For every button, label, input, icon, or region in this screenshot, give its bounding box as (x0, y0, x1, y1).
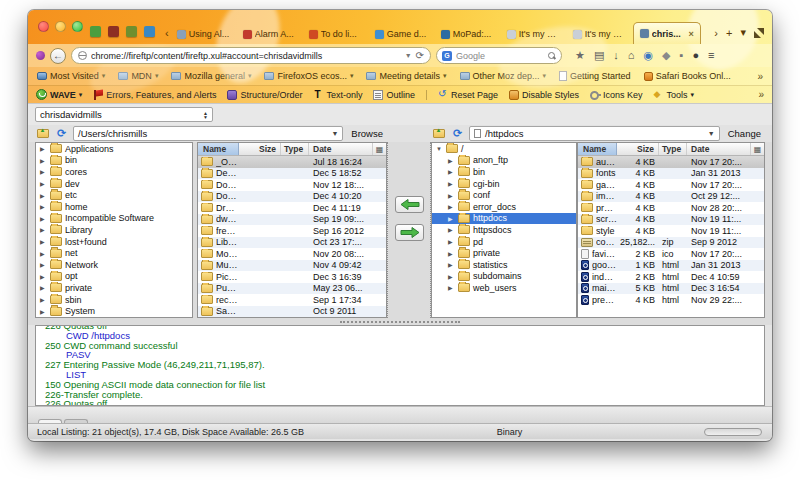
Library[interactable]: Library Oct 23 17:... (198, 237, 386, 249)
pinned-tab-1[interactable] (90, 26, 101, 37)
tree-root-item[interactable]: ▼ / (432, 143, 576, 155)
wave-toolbar-button[interactable]: Tools ▾ (654, 90, 695, 100)
remote-refresh-button[interactable]: ⟳ (450, 127, 465, 140)
Downloads[interactable]: Downloads Dec 4 10:20 (198, 191, 386, 203)
browser-tab[interactable]: It's my Web:... × (567, 24, 633, 44)
bookmark-item[interactable]: Other Moz dep... ▾ (460, 71, 547, 81)
fireftp-addon-icon[interactable]: ◉ (643, 50, 653, 61)
disclosure-triangle-icon[interactable]: ▶ (448, 192, 455, 199)
bookmark-item[interactable]: Safari Books Onl... ▾ (644, 71, 731, 81)
tree-item[interactable]: ▶ private (432, 247, 576, 259)
disclosure-triangle-icon[interactable]: ▶ (40, 250, 47, 257)
remote-parent-directory-button[interactable] (431, 127, 446, 140)
disclosure-triangle-icon[interactable]: ▼ (436, 146, 443, 152)
local-path-combo[interactable]: /Users/chrismills ▼ (73, 126, 343, 141)
disclosure-triangle-icon[interactable]: ▶ (40, 157, 47, 164)
local-parent-directory-button[interactable] (35, 127, 50, 140)
tree-item[interactable]: ▶ home (36, 201, 192, 213)
tree-item[interactable]: ▶ dev (36, 178, 192, 190)
wave-toolbar-button[interactable]: Errors, Features, and Alerts ▾ (93, 90, 216, 100)
close-window-button[interactable] (38, 21, 49, 32)
bookmark-item[interactable]: FirefoxOS ecos... ▾ (264, 71, 353, 81)
column-picker-icon[interactable]: ▦ (751, 143, 764, 155)
wave-toolbar-button[interactable]: Icons Key ▾ (590, 90, 643, 100)
disclosure-triangle-icon[interactable]: ▶ (448, 284, 455, 291)
index.html[interactable]: index.html 2 KB html Dec 4 10:59 (578, 271, 764, 283)
wave-menu-button[interactable]: WAVE ▾ (36, 89, 82, 100)
Dropbox[interactable]: Dropbox Dec 4 11:19 (198, 202, 386, 214)
bookmarks-overflow-icon[interactable]: » (757, 71, 763, 82)
browser-tab[interactable]: It's my Web:... × (501, 24, 567, 44)
promo[interactable]: promo 4 KB Nov 28 20:... (578, 202, 764, 214)
tree-item[interactable]: ▶ cores (36, 166, 192, 178)
tree-item[interactable]: ▶ web_users (432, 282, 576, 294)
dwhelper[interactable]: dwhelper Sep 19 09:... (198, 214, 386, 226)
pinned-tab-2[interactable] (108, 26, 119, 37)
pinned-tab-4[interactable] (144, 26, 155, 37)
zoom-window-button[interactable] (72, 21, 83, 32)
gallery[interactable]: gallery 4 KB Nov 17 20:... (578, 179, 764, 191)
browser-tab[interactable]: Alarm A... × (237, 24, 303, 44)
tree-item[interactable]: ▶ pd (432, 236, 576, 248)
Documents[interactable]: Documents Nov 12 18:... (198, 179, 386, 191)
wave-toolbar-button[interactable]: Disable Styles ▾ (509, 90, 579, 100)
wave-overflow-icon[interactable]: » (758, 89, 764, 100)
conquest-...[interactable]: conquest-... 25,182... zip Sep 9 2012 (578, 237, 764, 249)
wave-toolbar-button[interactable]: Text-only ▾ (313, 90, 362, 100)
horizontal-splitter[interactable] (28, 318, 772, 325)
tree-item[interactable]: ▶ subdomains (432, 271, 576, 283)
url-dropdown-icon[interactable]: ▼ (405, 52, 412, 59)
pinned-tab-3[interactable] (126, 26, 137, 37)
disclosure-triangle-icon[interactable]: ▶ (448, 238, 455, 245)
recipes[interactable]: recipes Sep 1 17:34 (198, 294, 386, 306)
press.html[interactable]: press.html 4 KB html Nov 29 22:... (578, 294, 764, 306)
disclosure-triangle-icon[interactable]: ▶ (40, 261, 47, 268)
scripts[interactable]: scripts 4 KB Nov 19 11:... (578, 214, 764, 226)
tree-item[interactable]: ▶ httpdocs (432, 213, 576, 225)
disclosure-triangle-icon[interactable]: ▶ (40, 226, 47, 233)
column-header-name[interactable]: Name (198, 143, 239, 155)
tree-item[interactable]: ▶ lost+found (36, 236, 192, 248)
disclosure-triangle-icon[interactable]: ▶ (448, 180, 455, 187)
addon-icon[interactable]: ◆ (662, 50, 670, 61)
disclosure-triangle-icon[interactable]: ▶ (40, 180, 47, 187)
disclosure-triangle-icon[interactable]: ▶ (40, 203, 47, 210)
search-engine-icon[interactable]: G (442, 51, 452, 61)
browser-tab[interactable]: Game d... × (369, 24, 435, 44)
column-header-size[interactable]: Size (239, 143, 281, 155)
tree-item[interactable]: ▶ statistics (432, 259, 576, 271)
scroll-tabs-left-icon[interactable]: ‹ (165, 27, 169, 39)
back-button[interactable]: ← (50, 48, 66, 64)
disclosure-triangle-icon[interactable]: ▶ (40, 145, 47, 152)
column-header-date[interactable]: Date (309, 143, 373, 155)
column-picker-icon[interactable]: ▦ (373, 143, 386, 155)
change-button[interactable]: Change (724, 128, 765, 139)
all-tabs-icon[interactable]: ▾ (740, 26, 746, 39)
splitter-grippy-icon[interactable] (340, 321, 460, 323)
tree-item[interactable]: ▶ bin (432, 166, 576, 178)
tree-item[interactable]: ▶ System (36, 305, 192, 317)
main.html[interactable]: main.html 5 KB html Dec 3 16:54 (578, 283, 764, 295)
_Opera-stuff[interactable]: _Opera-stuff Jul 18 16:24 (198, 156, 386, 168)
style[interactable]: style 4 KB Nov 19 11:... (578, 225, 764, 237)
account-select[interactable]: chrisdavidmills (35, 107, 213, 122)
google18e...[interactable]: google18e... 1 KB html Jan 31 2013 (578, 260, 764, 272)
local-directory-tree[interactable]: ▶ Applications ▶ bin ▶ cores ▶ dev ▶ (35, 142, 193, 318)
disclosure-triangle-icon[interactable]: ▶ (448, 203, 455, 210)
column-header-name[interactable]: Name (578, 143, 617, 155)
tree-item[interactable]: ▶ sbin (36, 294, 192, 306)
disclosure-triangle-icon[interactable]: ▶ (448, 250, 455, 257)
addon-status-icon[interactable] (36, 51, 45, 60)
home-icon[interactable]: ⌂ (628, 50, 635, 61)
site-identity-globe-icon[interactable] (78, 51, 87, 60)
pocket-icon[interactable]: ● (692, 50, 699, 61)
disclosure-triangle-icon[interactable]: ▶ (40, 168, 47, 175)
disclosure-triangle-icon[interactable]: ▶ (40, 284, 47, 291)
Pictures[interactable]: Pictures Dec 3 16:39 (198, 271, 386, 283)
column-header-size[interactable]: Size (617, 143, 659, 155)
browser-tab[interactable]: MoPad:... × (435, 24, 501, 44)
tree-item[interactable]: ▶ anon_ftp (432, 155, 576, 167)
log-output[interactable]: 226 Quotas off CWD /httpdocs 250 CWD com… (35, 325, 765, 406)
disclosure-triangle-icon[interactable]: ▶ (448, 226, 455, 233)
audio[interactable]: audio 4 KB Nov 17 20:... (578, 156, 764, 168)
